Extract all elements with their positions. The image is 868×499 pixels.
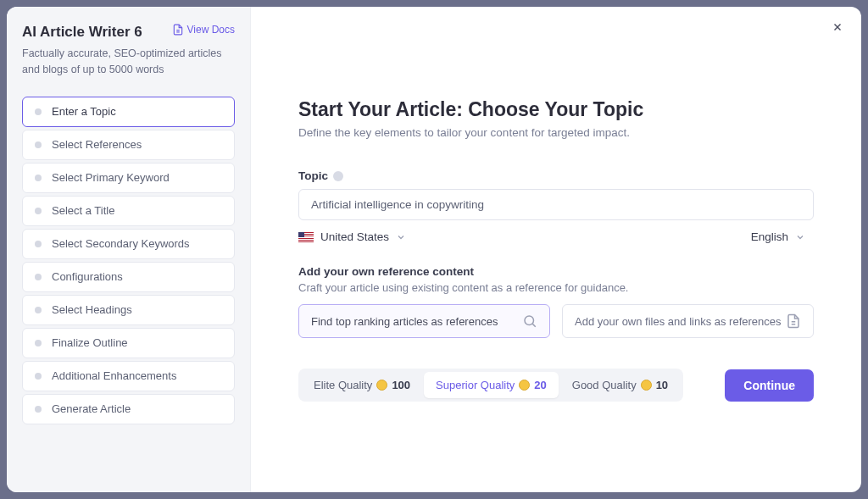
main-panel: Start Your Article: Choose Your Topic De… <box>251 7 861 492</box>
step-dot-icon <box>35 108 42 115</box>
step-label: Finalize Outline <box>52 336 128 349</box>
chevron-down-icon <box>396 232 406 242</box>
chevron-down-icon <box>795 232 805 242</box>
step-label: Generate Article <box>52 402 131 415</box>
search-icon <box>522 313 537 329</box>
step-finalize-outline[interactable]: Finalize Outline <box>22 328 235 358</box>
step-dot-icon <box>35 307 42 313</box>
step-list: Enter a Topic Select References Select P… <box>22 97 235 424</box>
view-docs-link[interactable]: View Docs <box>172 24 235 36</box>
topic-label: Topic <box>298 169 328 182</box>
page-title: Start Your Article: Choose Your Topic <box>298 98 814 121</box>
step-dot-icon <box>35 406 42 413</box>
info-icon[interactable] <box>333 171 343 181</box>
footer-row: Elite Quality 100 Superior Quality 20 Go… <box>298 369 814 402</box>
step-select-references[interactable]: Select References <box>22 130 235 160</box>
continue-button[interactable]: Continue <box>725 369 814 402</box>
coin-icon <box>519 380 530 391</box>
step-label: Additional Enhancements <box>52 369 176 382</box>
file-icon <box>786 313 801 329</box>
language-label: English <box>751 230 788 243</box>
step-label: Select Secondary Keywords <box>52 237 190 250</box>
step-label: Enter a Topic <box>52 105 116 118</box>
quality-selector: Elite Quality 100 Superior Quality 20 Go… <box>298 369 683 402</box>
locale-row: United States English <box>298 230 814 243</box>
quality-good[interactable]: Good Quality 10 <box>560 372 680 398</box>
sidebar-subtitle: Factually accurate, SEO-optimized articl… <box>22 46 235 78</box>
quality-count: 20 <box>534 379 546 391</box>
topic-input[interactable] <box>298 189 814 220</box>
reference-option-own-files[interactable]: Add your own files and links as referenc… <box>562 304 814 338</box>
step-label: Select Headings <box>52 303 132 316</box>
quality-count: 10 <box>656 379 668 391</box>
step-label: Select a Title <box>52 204 114 217</box>
us-flag-icon <box>298 232 314 242</box>
coin-icon <box>641 380 652 391</box>
reference-option-label: Add your own files and links as referenc… <box>575 315 782 328</box>
quality-elite[interactable]: Elite Quality 100 <box>302 372 422 398</box>
step-label: Configurations <box>52 270 123 283</box>
topic-label-row: Topic <box>298 169 814 182</box>
document-icon <box>172 24 184 36</box>
svg-line-5 <box>532 324 535 326</box>
step-dot-icon <box>35 141 42 148</box>
reference-subtitle: Craft your article using existing conten… <box>298 281 814 294</box>
close-icon <box>832 21 843 33</box>
page-subtitle: Define the key elements to tailor your c… <box>298 126 814 139</box>
step-select-headings[interactable]: Select Headings <box>22 295 235 325</box>
step-select-primary-keyword[interactable]: Select Primary Keyword <box>22 163 235 193</box>
step-enter-topic[interactable]: Enter a Topic <box>22 97 235 127</box>
reference-options-row: Find top ranking articles as references … <box>298 304 814 338</box>
step-dot-icon <box>35 373 42 380</box>
reference-option-top-articles[interactable]: Find top ranking articles as references <box>298 304 550 338</box>
sidebar-title: AI Article Writer 6 <box>22 24 142 41</box>
step-select-secondary-keywords[interactable]: Select Secondary Keywords <box>22 229 235 259</box>
step-label: Select References <box>52 138 142 151</box>
step-dot-icon <box>35 241 42 247</box>
modal-container: AI Article Writer 6 View Docs Factually … <box>7 7 861 492</box>
step-additional-enhancements[interactable]: Additional Enhancements <box>22 361 235 391</box>
quality-count: 100 <box>392 379 410 391</box>
quality-label: Superior Quality <box>436 379 515 391</box>
step-select-title[interactable]: Select a Title <box>22 196 235 226</box>
coin-icon <box>376 380 387 391</box>
view-docs-label: View Docs <box>187 24 235 36</box>
quality-superior[interactable]: Superior Quality 20 <box>424 372 559 398</box>
step-dot-icon <box>35 175 42 181</box>
step-configurations[interactable]: Configurations <box>22 262 235 292</box>
quality-label: Elite Quality <box>314 379 372 391</box>
step-label: Select Primary Keyword <box>52 171 170 184</box>
country-label: United States <box>320 230 389 243</box>
step-dot-icon <box>35 340 42 347</box>
country-select[interactable]: United States <box>298 230 406 243</box>
quality-label: Good Quality <box>572 379 637 391</box>
close-button[interactable] <box>829 19 846 36</box>
step-generate-article[interactable]: Generate Article <box>22 394 235 424</box>
svg-point-4 <box>525 316 534 325</box>
sidebar: AI Article Writer 6 View Docs Factually … <box>7 7 251 492</box>
sidebar-header: AI Article Writer 6 View Docs <box>22 24 235 41</box>
step-dot-icon <box>35 274 42 280</box>
step-dot-icon <box>35 208 42 214</box>
language-select[interactable]: English <box>751 230 805 243</box>
reference-option-label: Find top ranking articles as references <box>311 315 498 328</box>
reference-title: Add your own reference content <box>298 265 814 278</box>
